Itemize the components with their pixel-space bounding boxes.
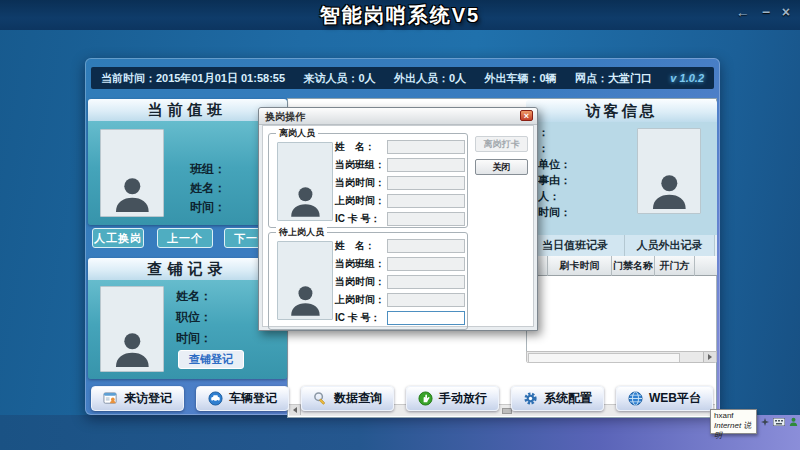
duty-name-label: 姓名： xyxy=(190,180,226,199)
visitor-register-button[interactable]: 来访登记 xyxy=(91,386,184,411)
start-time-label: 上岗时间： xyxy=(335,194,387,208)
data-query-icon xyxy=(313,391,328,406)
bottom-toolbar: 来访登记 车辆登记 数据查询 xyxy=(91,387,713,410)
dialog-title: 换岗操作 xyxy=(265,110,305,124)
ic-card-label: IC 卡 号： xyxy=(335,212,387,226)
column-header-open-direction: 开门方向 xyxy=(655,256,695,276)
visitor-labels: ： ： 单位： 事由： 人： 时间： xyxy=(538,125,571,221)
duty-photo xyxy=(100,129,164,217)
close-icon[interactable]: × xyxy=(782,4,790,20)
system-config-icon xyxy=(523,391,538,406)
dialog-close-icon[interactable]: × xyxy=(520,110,533,121)
ic-card-field[interactable] xyxy=(387,212,465,226)
duty-time-label: 时间： xyxy=(190,199,226,218)
visitor-label-1: ： xyxy=(538,125,571,141)
vehicle-register-icon xyxy=(208,391,223,406)
start-time-field[interactable] xyxy=(387,293,465,307)
person-icon xyxy=(110,171,155,216)
bedcheck-register-button[interactable]: 查铺登记 xyxy=(178,350,244,369)
dialog-close-button[interactable]: 关闭 xyxy=(475,159,528,175)
visitor-register-icon xyxy=(103,391,118,406)
system-config-button[interactable]: 系统配置 xyxy=(511,386,604,411)
leaving-personnel-group: 离岗人员 姓 名： 当岗班组： 当岗时间： 上岗时间： IC 卡 号： xyxy=(268,133,468,228)
status-out-person-count: 外出人员：0人 xyxy=(394,71,466,86)
web-platform-icon xyxy=(628,391,643,406)
shift-change-dialog: 换岗操作 × 离岗人员 姓 名： 当岗班组： 当岗时间： 上岗时间： IC 卡 … xyxy=(258,107,538,331)
record-tabs: 当日值班记录 人员外出记录 xyxy=(526,235,717,257)
person-icon xyxy=(286,181,325,220)
vehicle-register-button[interactable]: 车辆登记 xyxy=(196,386,289,411)
scroll-right-arrow-icon[interactable] xyxy=(703,352,716,362)
ime-options-icon[interactable] xyxy=(761,418,769,426)
incoming-personnel-group: 待上岗人员 姓 名： 当岗班组： 当岗时间： 上岗时间： IC 卡 号： xyxy=(268,232,468,330)
bedcheck-name-label: 姓名： xyxy=(176,288,212,309)
on-duty-team-field[interactable] xyxy=(387,158,465,172)
duty-team-label: 班组： xyxy=(190,161,226,180)
bottom-band xyxy=(0,415,800,450)
ic-card-label: IC 卡 号： xyxy=(335,311,387,325)
column-header-spacer xyxy=(695,256,715,276)
dialog-body: 离岗人员 姓 名： 当岗班组： 当岗时间： 上岗时间： IC 卡 号： 待上岗人… xyxy=(262,125,534,327)
scroll-thumb[interactable] xyxy=(528,353,680,363)
person-icon xyxy=(286,280,325,319)
back-icon[interactable]: ← xyxy=(736,4,750,20)
on-duty-team-label: 当岗班组： xyxy=(335,158,387,172)
visitor-person-label: 人： xyxy=(538,189,571,205)
bedcheck-position-label: 职位： xyxy=(176,309,212,330)
name-field[interactable] xyxy=(387,239,465,253)
ime-user-icon[interactable] xyxy=(789,417,798,426)
ic-card-input[interactable] xyxy=(387,311,465,325)
visitor-reason-label: 事由： xyxy=(538,173,571,189)
on-duty-time-label: 当岗时间： xyxy=(335,275,387,289)
manual-release-button[interactable]: 手动放行 xyxy=(406,386,499,411)
person-icon xyxy=(110,326,155,371)
on-duty-team-field[interactable] xyxy=(387,257,465,271)
group-title: 待上岗人员 xyxy=(276,226,327,239)
start-time-label: 上岗时间： xyxy=(335,293,387,307)
bedcheck-labels: 姓名： 职位： 时间： xyxy=(176,288,212,351)
records-table-scrollbar[interactable] xyxy=(526,351,717,363)
web-platform-button[interactable]: WEB平台 xyxy=(616,386,713,411)
on-duty-team-label: 当岗班组： xyxy=(335,257,387,271)
leaving-person-photo xyxy=(277,142,333,221)
version-label: v 1.0.2 xyxy=(670,72,704,84)
tab-personnel-out-records[interactable]: 人员外出记录 xyxy=(625,235,715,256)
visitor-time-label: 时间： xyxy=(538,205,571,221)
column-header-door-name: 门禁名称 xyxy=(612,256,655,276)
window-controls: ← − × xyxy=(736,4,790,20)
previous-button[interactable]: 上一个 xyxy=(157,228,213,248)
group-title: 离岗人员 xyxy=(276,127,318,140)
clock-out-button[interactable]: 离岗打卡 xyxy=(475,136,528,152)
status-current-time: 当前时间：2015年01月01日 01:58:55 xyxy=(101,71,285,86)
keyboard-icon[interactable] xyxy=(773,418,785,426)
manual-release-icon xyxy=(418,391,433,406)
on-duty-time-field[interactable] xyxy=(387,176,465,190)
on-duty-time-label: 当岗时间： xyxy=(335,176,387,190)
app-title: 智能岗哨系统V5 xyxy=(0,2,800,29)
person-icon xyxy=(647,168,692,213)
status-visitor-count: 来访人员：0人 xyxy=(303,71,375,86)
ime-description: Internet 说明 xyxy=(714,421,753,441)
records-table-header: 刷卡时间 门禁名称 开门方向 xyxy=(526,256,717,276)
tab-today-duty-records[interactable]: 当日值班记录 xyxy=(526,235,625,256)
manual-shift-button[interactable]: 人工换岗 xyxy=(92,228,144,248)
dialog-titlebar[interactable]: 换岗操作 × xyxy=(259,108,537,125)
ime-name: hxanf xyxy=(714,411,753,421)
duty-labels: 班组： 姓名： 时间： xyxy=(190,161,226,218)
minimize-icon[interactable]: − xyxy=(762,4,770,20)
name-label: 姓 名： xyxy=(335,140,387,154)
column-header-swipe-time: 刷卡时间 xyxy=(548,256,612,276)
bedcheck-time-label: 时间： xyxy=(176,330,212,351)
visitor-info-panel: 访客信息 ： ： 单位： 事由： 人： 时间： 当日值班记录 人员外出记录 xyxy=(526,100,717,363)
ime-tooltip: hxanf Internet 说明 xyxy=(710,409,757,434)
data-query-button[interactable]: 数据查询 xyxy=(301,386,394,411)
incoming-person-photo xyxy=(277,241,333,320)
on-duty-time-field[interactable] xyxy=(387,275,465,289)
start-time-field[interactable] xyxy=(387,194,465,208)
visitor-panel-title: 访客信息 xyxy=(526,100,717,123)
records-table-body xyxy=(526,276,717,351)
status-site-name: 网点：大堂门口 xyxy=(575,71,652,86)
visitor-label-2: ： xyxy=(538,141,571,157)
visitor-unit-label: 单位： xyxy=(538,157,571,173)
name-field[interactable] xyxy=(387,140,465,154)
